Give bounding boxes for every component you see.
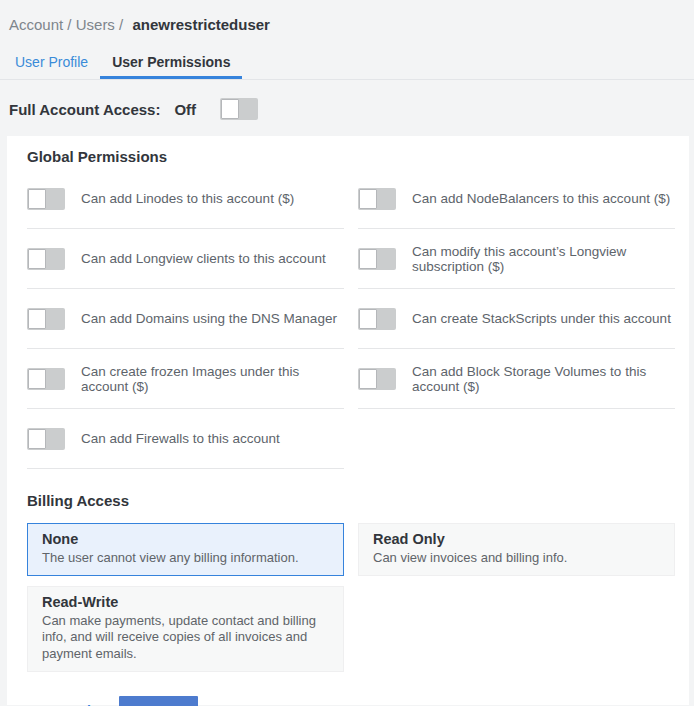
save-button[interactable]: Save <box>119 696 198 706</box>
permission-label: Can add Linodes to this account ($) <box>81 191 294 206</box>
permissions-panel: Global Permissions Can add Linodes to th… <box>7 136 689 705</box>
permission-row: Can add NodeBalancers to this account ($… <box>358 169 675 229</box>
permission-toggle-add-domains[interactable] <box>27 308 65 330</box>
permission-label: Can add Firewalls to this account <box>81 431 280 446</box>
permission-label: Can create StackScripts under this accou… <box>412 311 671 326</box>
tab-bar: User Profile User Permissions <box>0 46 694 80</box>
permission-label: Can add Block Storage Volumes to this ac… <box>412 364 675 394</box>
permission-label: Can add Domains using the DNS Manager <box>81 311 337 326</box>
permission-toggle-add-firewalls[interactable] <box>27 428 65 450</box>
toggle-knob <box>359 309 377 329</box>
full-account-access-row: Full Account Access: Off <box>0 80 694 120</box>
permission-row: Can add Longview clients to this account <box>27 229 344 289</box>
breadcrumb: Account / Users / anewrestricteduser <box>0 0 694 33</box>
full-account-access-value: Off <box>174 101 196 118</box>
global-permissions-grid: Can add Linodes to this account ($) Can … <box>27 169 675 469</box>
billing-access-grid: None The user cannot view any billing in… <box>27 523 675 672</box>
breadcrumb-path[interactable]: Account / Users / <box>9 16 123 33</box>
billing-option-description: Can make payments, update contact and bi… <box>42 613 329 664</box>
permission-row: Can add Linodes to this account ($) <box>27 169 344 229</box>
permission-toggle-add-volumes[interactable] <box>358 368 396 390</box>
toggle-knob <box>28 369 46 389</box>
breadcrumb-current-user: anewrestricteduser <box>132 16 270 33</box>
toggle-knob <box>28 309 46 329</box>
tab-user-permissions[interactable]: User Permissions <box>100 46 242 79</box>
permission-toggle-create-stackscripts[interactable] <box>358 308 396 330</box>
billing-option-title: Read Only <box>373 530 660 549</box>
permission-label: Can add Longview clients to this account <box>81 251 326 266</box>
billing-option-read-write[interactable]: Read-Write Can make payments, update con… <box>27 586 344 673</box>
billing-option-description: Can view invoices and billing info. <box>373 550 660 567</box>
toggle-knob <box>28 189 46 209</box>
permission-label: Can create frozen Images under this acco… <box>81 364 344 394</box>
toggle-knob <box>359 189 377 209</box>
global-permissions-title: Global Permissions <box>27 148 675 165</box>
billing-option-none[interactable]: None The user cannot view any billing in… <box>27 523 344 576</box>
permission-row: Can create StackScripts under this accou… <box>358 289 675 349</box>
toggle-knob <box>28 249 46 269</box>
permission-toggle-add-nodebalancers[interactable] <box>358 188 396 210</box>
billing-access-title: Billing Access <box>27 492 675 509</box>
permission-toggle-create-images[interactable] <box>27 368 65 390</box>
billing-option-read-only[interactable]: Read Only Can view invoices and billing … <box>358 523 675 576</box>
toggle-knob <box>359 249 377 269</box>
permission-toggle-add-linodes[interactable] <box>27 188 65 210</box>
permission-row: Can create frozen Images under this acco… <box>27 349 344 409</box>
billing-option-title: Read-Write <box>42 593 329 612</box>
full-account-access-label: Full Account Access: <box>9 101 160 118</box>
permission-toggle-add-longview-clients[interactable] <box>27 248 65 270</box>
tab-user-profile[interactable]: User Profile <box>3 46 100 79</box>
permission-label: Can modify this account’s Longview subsc… <box>412 244 675 274</box>
permission-row: Can add Domains using the DNS Manager <box>27 289 344 349</box>
toggle-knob <box>359 369 377 389</box>
permission-label: Can add NodeBalancers to this account ($… <box>412 191 670 206</box>
permission-row: Can modify this account’s Longview subsc… <box>358 229 675 289</box>
permission-row: Can add Firewalls to this account <box>27 409 344 469</box>
permission-row: Can add Block Storage Volumes to this ac… <box>358 349 675 409</box>
toggle-knob <box>28 429 46 449</box>
full-account-access-toggle[interactable] <box>220 98 258 120</box>
permission-toggle-modify-longview-subscription[interactable] <box>358 248 396 270</box>
toggle-knob <box>221 99 239 119</box>
billing-option-description: The user cannot view any billing informa… <box>42 550 329 567</box>
billing-option-title: None <box>42 530 329 549</box>
action-bar: Cancel Save <box>27 696 675 706</box>
